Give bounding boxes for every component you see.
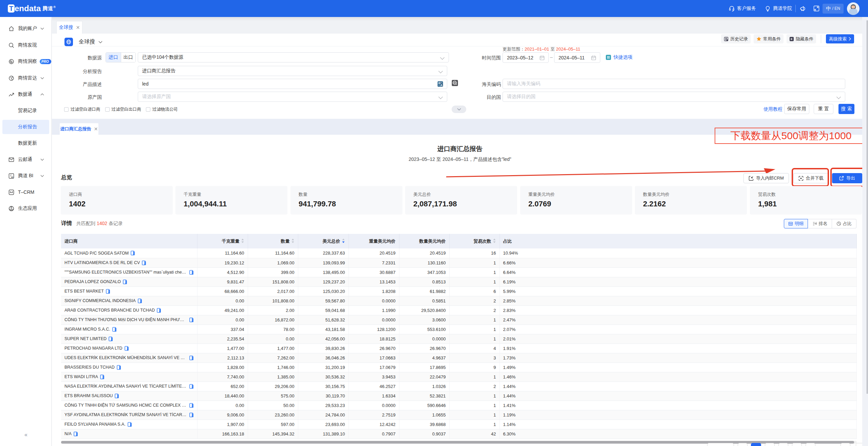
svg-text:A: A: [440, 83, 442, 87]
svg-text:BI: BI: [11, 176, 13, 178]
